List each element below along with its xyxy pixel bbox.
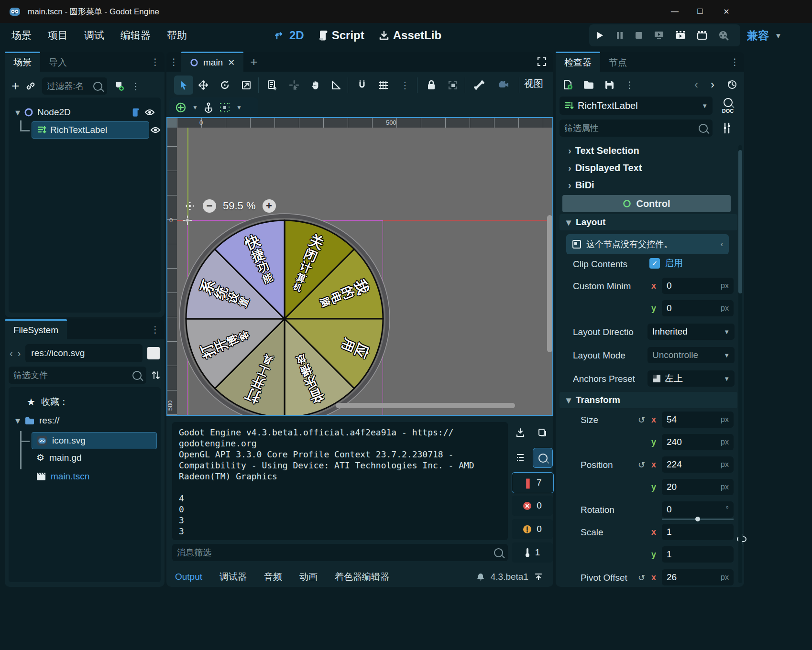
tab-audio[interactable]: 音频 — [264, 571, 282, 583]
filesystem-filter-input[interactable]: 筛选文件 — [9, 367, 146, 384]
res-root-row[interactable]: ▾ res:// — [15, 415, 59, 426]
position-y-input[interactable]: 20px — [662, 479, 734, 495]
rotation-slider[interactable] — [662, 519, 734, 520]
search-log-button[interactable] — [533, 448, 553, 468]
revert-icon[interactable]: ↺ — [638, 573, 645, 583]
add-node-button[interactable]: + — [11, 79, 19, 93]
rotation-input[interactable]: 0° — [662, 501, 734, 518]
movie-maker-icon[interactable] — [675, 31, 686, 40]
tab-animation[interactable]: 动画 — [299, 571, 318, 583]
save-icon[interactable] — [604, 80, 614, 90]
maximize-button[interactable]: ☐ — [688, 0, 713, 23]
tab-import[interactable]: 导入 — [40, 52, 76, 72]
collapse-arrow-icon[interactable]: ▾ — [15, 415, 20, 426]
tool-move-button[interactable] — [194, 76, 213, 95]
script-attached-icon[interactable] — [132, 108, 140, 117]
favorites-row[interactable]: ★ 收藏： — [27, 396, 68, 408]
badge-stack[interactable]: 1 — [512, 542, 553, 563]
eye-icon[interactable] — [144, 108, 155, 116]
group-button[interactable] — [443, 76, 462, 95]
view-menu-button[interactable]: 视图 — [524, 77, 543, 90]
lock-button[interactable] — [422, 76, 441, 95]
new-resource-icon[interactable] — [562, 79, 573, 90]
scale-y-input[interactable]: 1 — [662, 546, 734, 563]
collapse-arrow-icon[interactable]: ▾ — [15, 107, 20, 118]
section-displayed-text[interactable]: ›Displayed Text — [568, 162, 642, 173]
load-resource-icon[interactable] — [583, 80, 594, 89]
open-docs-button[interactable]: DOC — [717, 97, 738, 115]
section-bidi[interactable]: ›BiDi — [568, 180, 594, 191]
anchors-preset-dropdown[interactable]: 左上▼ — [647, 370, 735, 387]
download-log-button[interactable] — [511, 423, 530, 442]
custom-min-x-input[interactable]: 0px — [662, 278, 734, 294]
forward-icon[interactable]: › — [18, 348, 21, 359]
path-bar[interactable]: res://icon.svg — [25, 344, 143, 362]
scene-tabs-menu-icon[interactable]: ⋮ — [151, 57, 160, 66]
property-tools-icon[interactable] — [721, 122, 733, 134]
tree-row-node2d[interactable]: ▾ Node2D — [15, 104, 155, 120]
add-node-overlay-icon[interactable] — [175, 102, 187, 113]
pause-icon[interactable] — [615, 31, 624, 40]
bell-icon[interactable] — [476, 573, 485, 581]
pivot-offset-x-input[interactable]: 26px — [662, 569, 734, 585]
history-icon[interactable] — [727, 79, 737, 90]
snap-options-menu[interactable]: ⋮ — [395, 76, 415, 95]
eye-icon[interactable] — [150, 126, 161, 134]
workspace-2d-button[interactable]: 2D — [275, 29, 304, 42]
tab-output[interactable]: Output — [175, 572, 202, 582]
badge-warnings[interactable]: 0 — [512, 519, 553, 539]
menu-project[interactable]: 项目 — [48, 29, 68, 42]
region-select-icon[interactable] — [219, 102, 230, 113]
resource-menu-icon[interactable]: ⋮ — [625, 80, 634, 89]
size-x-input[interactable]: 54px — [662, 412, 734, 428]
skeleton-button[interactable] — [470, 76, 489, 95]
scene-dock-menu-icon[interactable]: ⋮ — [131, 82, 140, 91]
layout-mode-dropdown[interactable]: Uncontrolle▼ — [647, 347, 735, 363]
workspace-script-button[interactable]: Script — [318, 29, 364, 42]
sort-icon[interactable] — [151, 370, 161, 380]
history-back-icon[interactable]: ‹ — [694, 78, 698, 91]
play-icon[interactable] — [595, 31, 604, 40]
scene-filter-input[interactable]: 过滤器:名 — [42, 77, 107, 95]
tab-inspector[interactable]: 检查器 — [556, 52, 600, 72]
vertical-scrollbar[interactable] — [547, 215, 552, 352]
tab-shader-editor[interactable]: 着色器编辑器 — [335, 571, 389, 583]
console-log[interactable]: Godot Engine v4.3.beta1.official.a4f2ea9… — [172, 422, 508, 540]
copy-log-button[interactable] — [533, 423, 552, 442]
snap-smart-button[interactable] — [352, 76, 372, 95]
chevron-down-icon[interactable]: ▼ — [236, 104, 242, 111]
history-forward-icon[interactable]: › — [711, 78, 714, 91]
revert-icon[interactable]: ↺ — [638, 460, 645, 470]
revert-icon[interactable]: ↺ — [638, 415, 645, 425]
new-tab-icon[interactable]: + — [250, 54, 257, 69]
anchor-icon[interactable] — [204, 102, 213, 113]
collapse-tree-button[interactable] — [511, 448, 530, 467]
back-icon[interactable]: ‹ — [10, 348, 13, 359]
badge-errors[interactable]: 0 — [512, 496, 553, 516]
badge-status[interactable]: ❚ 7 — [512, 472, 554, 493]
scrollbar-thumb[interactable] — [738, 150, 742, 293]
clip-contents-checkbox[interactable]: ✓ 启用 — [649, 257, 683, 270]
position-x-input[interactable]: 224px — [662, 456, 734, 473]
tab-main-scene[interactable]: main ✕ — [181, 52, 243, 72]
camera-override-button[interactable] — [494, 76, 514, 95]
section-layout[interactable]: ▾Layout — [560, 214, 737, 230]
movie-folder-icon[interactable] — [697, 31, 707, 40]
file-row-main-gd[interactable]: ⚙ main.gd — [36, 452, 82, 463]
custom-min-y-input[interactable]: 0px — [662, 300, 734, 316]
tool-list-select-button[interactable] — [263, 76, 282, 95]
layout-direction-dropdown[interactable]: Inherited▼ — [647, 324, 735, 340]
tool-rotate-button[interactable] — [215, 76, 234, 95]
tree-row-richtextlabel[interactable]: RichTextLabel — [32, 121, 149, 139]
instance-scene-icon[interactable] — [26, 81, 35, 91]
tab-debugger[interactable]: 调试器 — [219, 571, 247, 583]
inspector-menu-icon[interactable]: ⋮ — [730, 57, 739, 66]
fullscreen-icon[interactable] — [537, 57, 547, 66]
tool-scale-button[interactable] — [237, 76, 256, 95]
menu-scene[interactable]: 场景 — [11, 29, 32, 42]
filesystem-menu-icon[interactable]: ⋮ — [151, 325, 160, 334]
snap-grid-button[interactable] — [374, 76, 393, 95]
slider-handle[interactable] — [695, 517, 700, 521]
menu-editor[interactable]: 编辑器 — [121, 29, 151, 42]
close-icon[interactable]: ✕ — [228, 57, 235, 68]
